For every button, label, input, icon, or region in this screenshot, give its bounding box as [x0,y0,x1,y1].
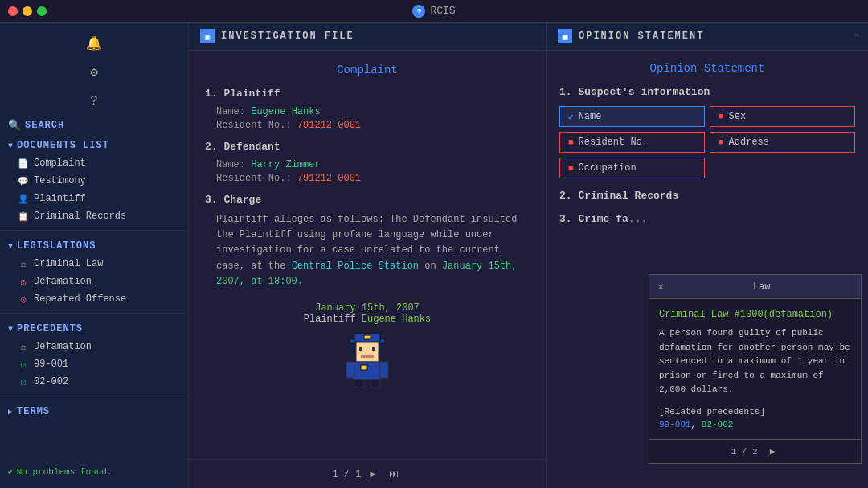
investigation-file-title: INVESTIGATION FILE [221,31,354,42]
plaintiff-resident-value: 791212-0001 [297,120,361,131]
svg-rect-10 [380,362,388,378]
criminal-records-section: 2. Criminal Records [559,190,855,202]
criminal-records-icon: 📋 [18,211,29,222]
documents-list-header[interactable]: ▼ DOCUMENTS LIST [0,135,188,154]
window-controls[interactable] [8,6,47,16]
complaint-label: Complaint [34,158,86,169]
sliders-icon[interactable]: ⚙ [83,61,105,84]
crime-facts-heading: 3. Crime fa... [559,213,855,225]
bell-icon[interactable]: 🔔 [83,32,105,55]
defamation-precedent-label: Defamation [34,341,92,352]
opinion-statement-header: ▣ OPINION STATEMENT ✏ [547,23,868,51]
suspect-info-heading: 1. Suspect's information [559,86,855,98]
search-bar[interactable]: 🔍 SEARCH [0,116,188,135]
last-page-button[interactable]: ⏭ [385,466,403,482]
footer-plaintiff-name: Eugene Hanks [362,314,431,325]
sidebar-item-repeated-offense[interactable]: ◎ Repeated Offense [0,290,188,308]
precedents-arrow-icon: ▼ [8,325,14,334]
law-popup-title: Law [670,281,853,293]
search-label: SEARCH [25,120,64,131]
plaintiff-section: 1. Plaintiff Name: Eugene Hanks Resident… [205,88,530,131]
99-001-label: 99-001 [34,359,68,370]
svg-rect-7 [353,362,382,379]
sidebar-item-criminal-law[interactable]: ⚖ Criminal Law [0,255,188,273]
sidebar-item-02-002[interactable]: ☑ 02-002 [0,373,188,391]
sex-field[interactable]: ■ Sex [710,106,855,127]
sidebar-item-99-001[interactable]: ☑ 99-001 [0,355,188,373]
sidebar-item-criminal-records[interactable]: 📋 Criminal Records [0,207,188,225]
defendant-name-field: Name: Harry Zimmer [205,159,530,170]
defendant-section: 2. Defendant Name: Harry Zimmer Resident… [205,141,530,184]
99-001-icon: ☑ [18,359,29,370]
law-popup-close-button[interactable]: ✕ [657,280,664,293]
svg-rect-2 [364,335,371,339]
law-next-page-button[interactable]: ▶ [766,445,780,458]
precedent-99-001-link[interactable]: 99-001 [659,420,691,429]
law-name: Criminal Law #1000(defamation) [659,309,851,320]
sidebar-item-suspect-examination[interactable]: 👤 Plaintiff [0,190,188,207]
complaint-icon: 📄 [18,158,29,169]
law-page-info: 1 / 2 [731,447,758,457]
address-field[interactable]: ■ Address [710,132,855,153]
sidebar-item-defamation-precedent[interactable]: ⚖ Defamation [0,338,188,355]
question-icon[interactable]: ? [83,90,105,113]
sidebar-item-complaint[interactable]: 📄 Complaint [0,154,188,172]
sex-field-label: Sex [729,111,747,122]
opinion-statement-title: OPINION STATEMENT [579,31,704,42]
law-popup-footer: 1 / 2 ▶ [649,439,861,463]
address-error-icon: ■ [719,137,724,147]
svg-rect-3 [356,342,379,362]
complaint-title: Complaint [205,64,530,76]
minimize-window-button[interactable] [23,6,32,16]
investigation-file-body: Complaint 1. Plaintiff Name: Eugene Hank… [189,51,546,459]
related-precedents-label: [Related precedents] [659,407,851,416]
investigation-pagination: 1 / 1 ▶ ⏭ [189,459,546,488]
edit-icon[interactable]: ✏ [854,29,860,39]
search-icon: 🔍 [8,119,22,132]
occupation-field[interactable]: ■ Occupation [559,158,705,178]
suspect-info-grid: ✔ Name ■ Sex ■ Resident No. [559,106,855,178]
opinion-statement-panel: ▣ OPINION STATEMENT ✏ Opinion Statement … [547,23,868,488]
defendant-resident-value: 791212-0001 [297,173,361,184]
terms-header[interactable]: ▶ TERMS [0,401,188,420]
next-page-button[interactable]: ▶ [366,466,379,482]
sidebar-item-testimony[interactable]: 💬 Testimony [0,172,188,190]
documents-list-label: DOCUMENTS LIST [17,140,109,151]
footer-prefix: Plaintiff [304,314,362,325]
testimony-icon: 💬 [18,175,29,187]
defamation-label: Defamation [34,276,92,287]
legislations-header[interactable]: ▼ LEGISLATIONS [0,236,188,255]
charge-section: 3. Charge Plaintiff alleges as follows: … [205,194,530,289]
resident-error-icon: ■ [568,137,574,147]
legislations-arrow-icon: ▼ [8,242,14,251]
investigation-file-panel: ▣ INVESTIGATION FILE Complaint 1. Plaint… [189,23,547,488]
plaintiff-name-value: Eugene Hanks [251,106,320,117]
defendant-name-value: Harry Zimmer [251,159,320,170]
title-bar: ⊙ RCIS [0,0,868,23]
precedent-02-002-link[interactable]: 02-002 [702,420,734,429]
resident-no-field[interactable]: ■ Resident No. [559,132,705,153]
name-field[interactable]: ✔ Name [559,106,705,127]
sidebar-item-defamation[interactable]: ◎ Defamation [0,273,188,290]
maximize-window-button[interactable] [37,6,47,16]
location-text: Central Police Station [292,260,419,272]
precedents-header[interactable]: ▼ PRECEDENTS [0,318,188,338]
law-description: A person found guilty of public defamati… [659,326,851,397]
sidebar: 🔔 ⚙ ? 🔍 SEARCH ▼ DOCUMENTS LIST 📄 Compla… [0,23,189,488]
close-window-button[interactable] [8,6,18,16]
precedent-links: 99-001, 02-002 [659,420,851,429]
plaintiff-name-field: Name: Eugene Hanks [205,106,530,117]
defendant-resident-field: Resident No.: 791212-0001 [205,173,530,184]
opinion-statement-icon: ▣ [558,29,572,43]
address-label: Address [729,137,769,148]
defamation-precedent-icon: ⚖ [18,341,29,352]
page-info: 1 / 1 [332,469,361,480]
plaintiff-heading: 1. Plaintiff [205,88,530,100]
defamation-icon: ◎ [18,276,29,287]
resident-no-label: Resident No. [579,137,648,148]
app-icon: ⊙ [412,5,425,18]
suspect-info-section: 1. Suspect's information ✔ Name ■ Sex [559,86,855,178]
law-popup-body: Criminal Law #1000(defamation) A person … [649,299,861,439]
plaintiff-resident-field: Resident No.: 791212-0001 [205,120,530,131]
testimony-label: Testimony [34,175,86,187]
